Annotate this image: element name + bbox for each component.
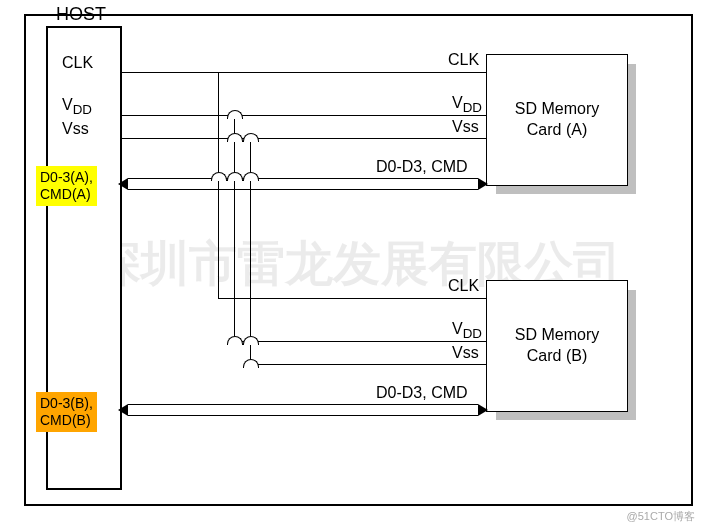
host-clk-label: CLK xyxy=(62,54,93,72)
card-a-vss: Vss xyxy=(452,118,479,136)
card-a-vdd: VDD xyxy=(452,94,482,115)
host-highlight-b: D0-3(B),CMD(B) xyxy=(36,392,97,432)
credit-text: @51CTO博客 xyxy=(627,509,695,524)
hop-1 xyxy=(227,110,243,119)
bus-b-label: D0-D3, CMD xyxy=(376,384,468,402)
host-vdd-label: VDD xyxy=(62,96,92,117)
hop-bus-a-1 xyxy=(211,172,227,181)
hop-3 xyxy=(243,133,259,142)
bus-b-arrow-right xyxy=(478,404,488,416)
hop-6 xyxy=(243,359,259,368)
bus-a-arrow-left xyxy=(118,178,128,190)
wire-clk-a xyxy=(120,72,486,73)
wire-clk-b xyxy=(218,298,486,299)
wire-vss-b xyxy=(250,364,486,365)
host-vss-label: Vss xyxy=(62,120,89,138)
wire-vss-a xyxy=(120,138,486,139)
card-a: SD MemoryCard (A) xyxy=(486,54,628,186)
host-title: HOST xyxy=(56,4,106,25)
hop-5 xyxy=(243,336,259,345)
bus-a-label: D0-D3, CMD xyxy=(376,158,468,176)
hop-bus-a-2 xyxy=(227,172,243,181)
card-b-clk: CLK xyxy=(448,277,479,295)
wire-vdd-b xyxy=(234,341,486,342)
wire-vdd-a xyxy=(120,115,486,116)
hop-2 xyxy=(227,133,243,142)
wire-vdd-drop xyxy=(234,115,235,341)
card-a-clk: CLK xyxy=(448,51,479,69)
bus-b-arrow-left xyxy=(118,404,128,416)
card-b: SD MemoryCard (B) xyxy=(486,280,628,412)
card-b-vdd: VDD xyxy=(452,320,482,341)
hop-bus-a-3 xyxy=(243,172,259,181)
bus-b xyxy=(128,404,478,416)
card-b-vss: Vss xyxy=(452,344,479,362)
host-highlight-a: D0-3(A),CMD(A) xyxy=(36,166,97,206)
bus-a xyxy=(128,178,478,190)
bus-a-arrow-right xyxy=(478,178,488,190)
hop-4 xyxy=(227,336,243,345)
